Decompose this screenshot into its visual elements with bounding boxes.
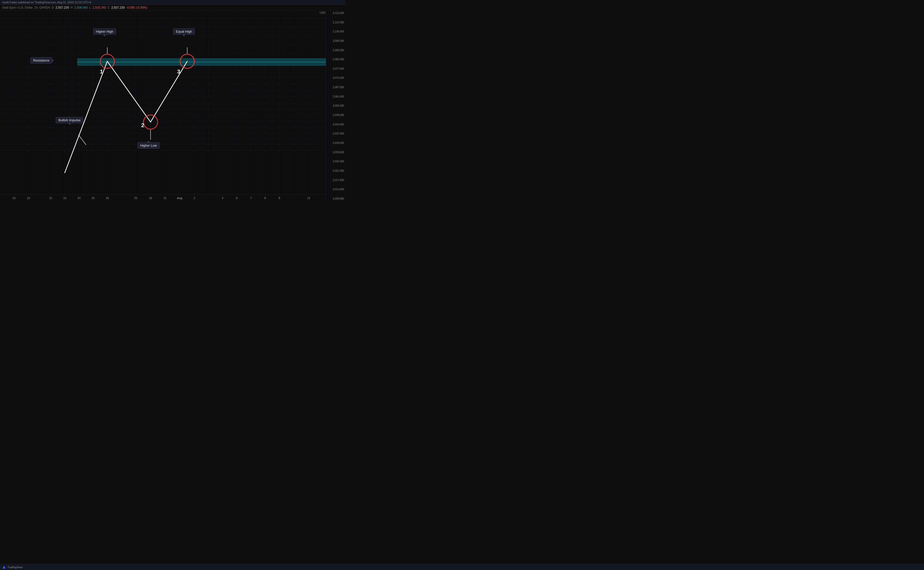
chart-svg: [0, 11, 326, 201]
svg-text:24: 24: [78, 196, 81, 199]
svg-text:18: 18: [12, 196, 15, 199]
svg-text:29: 29: [134, 196, 137, 199]
svg-text:22: 22: [49, 196, 52, 199]
price-2090: 2,090.000: [328, 49, 344, 52]
price-2033: 2,033.000: [328, 142, 344, 144]
price-2049: 2,049.000: [328, 114, 344, 116]
price-2072: 2,072.000: [328, 77, 344, 79]
time-axis-svg: 18 19 22 23 24 25 26 29 30 31 Aug 2 5 6 …: [0, 195, 326, 202]
price-2009: 2,009.000: [328, 198, 344, 200]
price-2025: 2,025.000: [328, 160, 344, 163]
svg-text:19: 19: [27, 196, 30, 199]
price-2043: 2,043.000: [328, 123, 344, 126]
price-2106: 2,106.000: [328, 31, 344, 33]
price-2098: 2,098.000: [328, 40, 344, 42]
price-2055: 2,055.000: [328, 104, 344, 107]
c-label: C: [107, 6, 110, 9]
l-label: L: [89, 6, 91, 9]
svg-text:30: 30: [149, 196, 152, 199]
resistance-label: Resistance: [31, 57, 52, 64]
o-value: 2,507.235: [55, 6, 69, 9]
instrument-label: Gold Spot / U.S. Dollar, 1h, OANDA: [2, 6, 50, 9]
price-2061: 2,061.000: [328, 95, 344, 98]
change-value: -0.095 (-0.00%): [126, 6, 147, 9]
svg-text:8: 8: [264, 196, 266, 199]
svg-text:31: 31: [163, 196, 166, 199]
svg-text:12: 12: [307, 196, 310, 199]
l-value: 2,505.245: [93, 6, 106, 9]
o-label: O: [52, 6, 54, 9]
price-2013: 2,013.000: [328, 188, 344, 191]
svg-text:25: 25: [92, 196, 95, 199]
c-value: 2,507.230: [111, 6, 125, 9]
svg-text:26: 26: [106, 196, 109, 199]
svg-text:23: 23: [63, 196, 66, 199]
chart-area[interactable]: USD: [0, 11, 346, 201]
svg-text:7: 7: [250, 196, 252, 199]
price-2082: 2,082.000: [328, 58, 344, 61]
ohlc-bar: Gold Spot / U.S. Dollar, 1h, OANDA O2,50…: [0, 5, 346, 11]
price-axis: 2,122.000 2,114.000 2,106.000 2,098.000 …: [326, 11, 346, 201]
h-label: H: [70, 6, 73, 9]
publisher-text: VasilyTrader published on TradingView.co…: [2, 1, 91, 4]
svg-text:Aug: Aug: [177, 196, 182, 199]
svg-text:5: 5: [222, 196, 223, 199]
svg-text:9: 9: [279, 196, 280, 199]
price-2067: 2,067.000: [328, 86, 344, 89]
time-axis: 18 19 22 23 24 25 26 29 30 31 Aug 2 5 6 …: [0, 194, 326, 201]
top-bar: VasilyTrader published on TradingView.co…: [0, 0, 346, 5]
price-2077: 2,077.000: [328, 67, 344, 70]
price-2122: 2,122.000: [328, 12, 344, 14]
price-2029: 2,029.000: [328, 151, 344, 154]
price-2037: 2,037.000: [328, 132, 344, 135]
svg-text:6: 6: [236, 196, 238, 199]
svg-line-48: [78, 135, 86, 145]
price-2017: 2,017.000: [328, 179, 344, 182]
h-value: 2,508.060: [74, 6, 87, 9]
price-2114: 2,114.000: [328, 21, 344, 24]
price-2021: 2,021.000: [328, 170, 344, 172]
svg-text:2: 2: [194, 196, 195, 199]
